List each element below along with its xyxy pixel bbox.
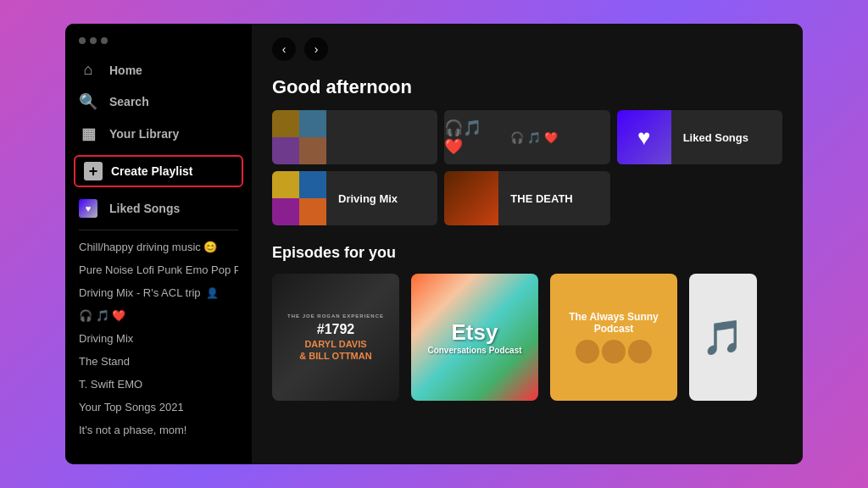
collage-cell-1 [272, 110, 299, 137]
playlist-item-6[interactable]: The Stand [79, 350, 238, 373]
face-3 [628, 340, 652, 363]
episode-card-sunny[interactable]: The Always Sunny Podcast [550, 274, 677, 401]
dc3 [272, 198, 299, 225]
plus-icon: + [84, 162, 103, 180]
liked-songs-thumbnail: ♥ [617, 110, 671, 164]
featured-card-liked-songs[interactable]: ♥ Liked Songs [617, 110, 782, 164]
dot-3 [101, 37, 108, 44]
episode-card-fourth[interactable]: 🎵 [689, 274, 757, 401]
forward-button[interactable]: › [304, 37, 328, 61]
rogan-thumbnail: THE JOE ROGAN EXPERIENCE #1792 DARYL DAV… [272, 274, 399, 401]
sidebar-item-home[interactable]: ⌂ Home [65, 54, 252, 86]
collage-thumbnail [272, 110, 326, 164]
rogan-thumb-content: THE JOE ROGAN EXPERIENCE #1792 DARYL DAV… [272, 274, 399, 401]
fourth-thumb-content: 🎵 [689, 274, 757, 401]
featured-card-death-label: THE DEATH [498, 192, 609, 205]
playlist-list: Chill/happy driving music 😊 Pure Noise L… [65, 236, 252, 451]
playlist-item-9-label: It's not a phase, mom! [79, 424, 187, 436]
back-button[interactable]: ‹ [272, 37, 296, 61]
sidebar: ⌂ Home 🔍 Search ▦ Your Library + Create … [65, 24, 252, 464]
create-playlist-label: Create Playlist [111, 164, 193, 178]
dc4 [299, 198, 326, 225]
collage-cell-4 [299, 137, 326, 164]
sidebar-item-library[interactable]: ▦ Your Library [65, 118, 252, 150]
dot-1 [79, 37, 86, 44]
collage-cell-2 [299, 110, 326, 137]
window-controls [65, 37, 252, 54]
greeting-title: Good afternoon [272, 76, 782, 98]
rogan-number: #1792 [317, 322, 355, 337]
playlist-item-6-label: The Stand [79, 355, 130, 368]
sunny-thumb-content: The Always Sunny Podcast [550, 274, 677, 401]
sidebar-item-search[interactable]: 🔍 Search [65, 86, 252, 118]
sunny-title: The Always Sunny Podcast [557, 311, 670, 336]
episode-card-rogan[interactable]: THE JOE ROGAN EXPERIENCE #1792 DARYL DAV… [272, 274, 399, 401]
playlist-item-5[interactable]: Driving Mix [79, 327, 238, 350]
playlist-item-8[interactable]: Your Top Songs 2021 [79, 396, 238, 419]
library-icon: ▦ [79, 125, 97, 143]
featured-card-emoji-label: 🎧 🎵 ❤️ [498, 131, 609, 144]
sunny-thumbnail: The Always Sunny Podcast [550, 274, 677, 401]
sunny-faces [576, 340, 652, 363]
playlist-item-8-label: Your Top Songs 2021 [79, 401, 184, 413]
featured-card-collage[interactable] [272, 110, 437, 164]
featured-card-death[interactable]: THE DEATH [444, 171, 609, 225]
dot-2 [90, 37, 97, 44]
featured-grid: 🎧🎵❤️ 🎧 🎵 ❤️ ♥ Liked Songs Driving Mix [272, 110, 782, 225]
death-thumbnail [444, 171, 498, 225]
featured-card-driving-mix[interactable]: Driving Mix [272, 171, 437, 225]
etsy-thumb-content: Etsy Conversations Podcast [411, 274, 538, 401]
sidebar-divider [79, 230, 238, 230]
create-playlist-button[interactable]: + Create Playlist [74, 155, 243, 187]
emoji-thumbnail: 🎧🎵❤️ [444, 110, 498, 164]
dc1 [272, 171, 299, 198]
face-2 [602, 340, 626, 363]
playlist-item-2-label: Pure Noise Lofi Punk Emo Pop P... [79, 263, 238, 276]
main-content: ‹ › Good afternoon 🎧🎵❤️ 🎧 🎵 ❤️ [252, 24, 803, 464]
playlist-item-4[interactable]: 🎧 🎵 ❤️ [79, 304, 238, 327]
rogan-suffix: & BILL OTTMAN [299, 351, 371, 361]
search-icon: 🔍 [79, 92, 97, 111]
collage-cell-3 [272, 137, 299, 164]
sidebar-item-library-label: Your Library [109, 127, 179, 141]
playlist-item-5-label: Driving Mix [79, 332, 133, 345]
playlist-item-3-label: Driving Mix - R's ACL trip [79, 286, 201, 299]
episodes-row: THE JOE ROGAN EXPERIENCE #1792 DARYL DAV… [272, 274, 782, 401]
playlist-item-3[interactable]: Driving Mix - R's ACL trip 👤 [79, 281, 238, 304]
home-icon: ⌂ [79, 61, 97, 79]
dc2 [299, 171, 326, 198]
playlist-item-2[interactable]: Pure Noise Lofi Punk Emo Pop P... [79, 258, 238, 281]
driving-thumbnail [272, 171, 326, 225]
sidebar-item-search-label: Search [109, 95, 149, 108]
playlist-item-4-label: 🎧 🎵 ❤️ [79, 309, 125, 322]
liked-songs-icon: ♥ [79, 199, 97, 218]
featured-card-emoji[interactable]: 🎧🎵❤️ 🎧 🎵 ❤️ [444, 110, 609, 164]
etsy-subtitle: Conversations Podcast [427, 346, 521, 355]
featured-card-liked-label: Liked Songs [671, 131, 782, 144]
playlist-item-7[interactable]: T. Swift EMO [79, 373, 238, 396]
rogan-header: THE JOE ROGAN EXPERIENCE [287, 313, 384, 319]
liked-songs-label: Liked Songs [109, 202, 180, 215]
episode-card-etsy[interactable]: Etsy Conversations Podcast [411, 274, 538, 401]
episodes-section-title: Episodes for you [272, 244, 782, 262]
playlist-item-1[interactable]: Chill/happy driving music 😊 [79, 236, 238, 258]
app-window: ⌂ Home 🔍 Search ▦ Your Library + Create … [65, 24, 803, 464]
fourth-thumbnail: 🎵 [689, 274, 757, 401]
nav-controls: ‹ › [272, 37, 782, 61]
fourth-icon: 🎵 [702, 318, 744, 358]
featured-card-driving-label: Driving Mix [326, 192, 437, 205]
sidebar-item-home-label: Home [109, 64, 142, 77]
etsy-title: Etsy [452, 319, 498, 346]
etsy-thumbnail: Etsy Conversations Podcast [411, 274, 538, 401]
liked-songs-item[interactable]: ♥ Liked Songs [65, 192, 252, 225]
playlist-item-9[interactable]: It's not a phase, mom! [79, 419, 238, 441]
face-1 [576, 340, 599, 363]
collab-icon: 👤 [206, 287, 219, 299]
rogan-name: DARYL DAVIS [304, 339, 366, 349]
playlist-item-1-label: Chill/happy driving music 😊 [79, 241, 217, 253]
playlist-item-7-label: T. Swift EMO [79, 378, 142, 391]
